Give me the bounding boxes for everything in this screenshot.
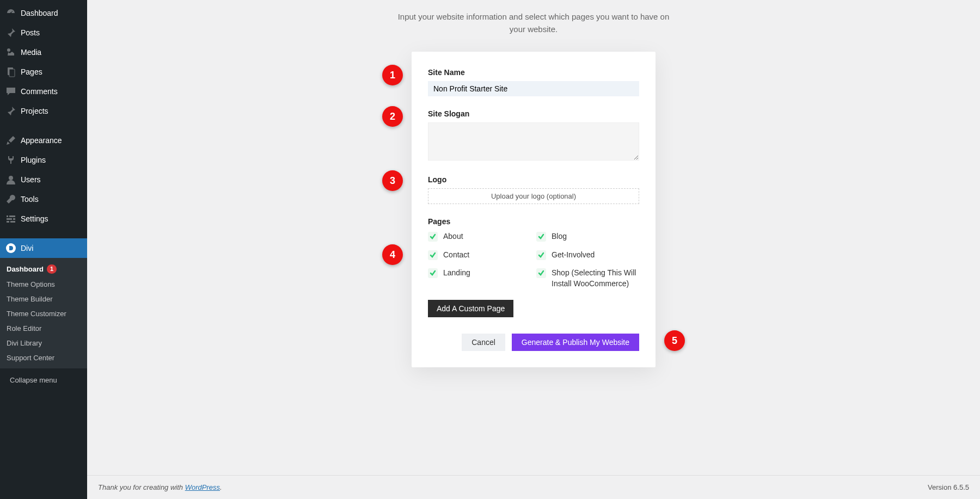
logo-upload-button[interactable]: Upload your logo (optional) bbox=[428, 188, 639, 204]
sidebar-item-label: Projects bbox=[21, 107, 48, 115]
checkbox-label: Get-Involved bbox=[552, 250, 595, 261]
svg-rect-7 bbox=[7, 221, 15, 223]
submenu-item-divi-library[interactable]: Divi Library bbox=[0, 336, 87, 350]
annotation-3: 3 bbox=[382, 170, 403, 191]
pin-icon bbox=[5, 27, 16, 38]
generate-button[interactable]: Generate & Publish My Website bbox=[512, 334, 639, 351]
sidebar-item-pages[interactable]: Pages bbox=[0, 62, 87, 82]
site-config-card: Site Name Site Slogan Logo Upload your l… bbox=[412, 52, 656, 367]
collapse-label: Collapse menu bbox=[10, 376, 57, 384]
submenu-item-theme-customizer[interactable]: Theme Customizer bbox=[0, 306, 87, 321]
sidebar-item-divi[interactable]: Divi bbox=[0, 238, 87, 258]
annotation-5: 5 bbox=[664, 330, 685, 351]
pin-icon bbox=[5, 106, 16, 116]
divi-submenu: Dashboard1Theme OptionsTheme BuilderThem… bbox=[0, 258, 87, 368]
sidebar-item-projects[interactable]: Projects bbox=[0, 101, 87, 121]
sidebar-item-label: Settings bbox=[21, 214, 48, 223]
svg-rect-8 bbox=[8, 215, 9, 218]
sidebar-item-label: Posts bbox=[21, 28, 40, 37]
svg-rect-10 bbox=[9, 220, 10, 223]
admin-sidebar: DashboardPostsMediaPagesCommentsProjects… bbox=[0, 0, 87, 499]
divi-icon bbox=[5, 243, 16, 254]
sidebar-item-posts[interactable]: Posts bbox=[0, 23, 87, 42]
site-slogan-textarea[interactable] bbox=[428, 122, 639, 161]
svg-rect-3 bbox=[9, 69, 15, 77]
checkbox-label: Contact bbox=[443, 250, 469, 261]
pages-icon bbox=[5, 66, 16, 77]
sidebar-item-dashboard[interactable]: Dashboard bbox=[0, 3, 87, 23]
checkbox-label: Landing bbox=[443, 268, 470, 279]
checkbox-label: Shop (Selecting This Will Install WooCom… bbox=[552, 268, 639, 289]
checkbox-label: About bbox=[443, 231, 463, 242]
checkbox-icon bbox=[428, 268, 438, 278]
footer-thanks: Thank you for creating with WordPress. bbox=[98, 483, 222, 491]
sidebar-item-comments[interactable]: Comments bbox=[0, 82, 87, 101]
checkbox-icon bbox=[428, 250, 438, 260]
svg-rect-6 bbox=[7, 218, 15, 220]
svg-point-1 bbox=[7, 48, 10, 52]
submenu-item-support-center[interactable]: Support Center bbox=[0, 350, 87, 365]
wordpress-link[interactable]: WordPress bbox=[185, 483, 220, 491]
page-checkbox-landing[interactable]: Landing bbox=[428, 268, 531, 289]
plugin-icon bbox=[5, 155, 16, 165]
intro-text: Input your website information and selec… bbox=[392, 11, 675, 35]
checkbox-icon bbox=[536, 250, 546, 260]
annotation-4: 4 bbox=[382, 244, 403, 265]
sidebar-item-label: Users bbox=[21, 175, 41, 184]
tool-icon bbox=[5, 194, 16, 205]
sidebar-item-settings[interactable]: Settings bbox=[0, 209, 87, 229]
submenu-item-theme-builder[interactable]: Theme Builder bbox=[0, 292, 87, 306]
checkbox-label: Blog bbox=[552, 231, 567, 242]
checkbox-icon bbox=[536, 232, 546, 242]
submenu-item-dashboard[interactable]: Dashboard1 bbox=[0, 261, 87, 277]
sidebar-item-tools[interactable]: Tools bbox=[0, 189, 87, 209]
comment-icon bbox=[5, 86, 16, 97]
pages-label: Pages bbox=[428, 217, 639, 226]
page-checkbox-about[interactable]: About bbox=[428, 231, 531, 242]
logo-label: Logo bbox=[428, 175, 639, 184]
sidebar-item-appearance[interactable]: Appearance bbox=[0, 131, 87, 150]
sidebar-item-label: Pages bbox=[21, 67, 42, 76]
site-name-label: Site Name bbox=[428, 68, 639, 77]
svg-rect-5 bbox=[7, 215, 15, 217]
submenu-item-role-editor[interactable]: Role Editor bbox=[0, 321, 87, 336]
checkbox-icon bbox=[536, 268, 546, 278]
sidebar-item-plugins[interactable]: Plugins bbox=[0, 150, 87, 170]
dashboard-icon bbox=[5, 8, 16, 19]
site-slogan-label: Site Slogan bbox=[428, 109, 639, 118]
submenu-item-theme-options[interactable]: Theme Options bbox=[0, 277, 87, 292]
version-text: Version 6.5.5 bbox=[928, 483, 969, 491]
sidebar-item-media[interactable]: Media bbox=[0, 42, 87, 62]
brush-icon bbox=[5, 135, 16, 146]
sidebar-item-label: Divi bbox=[21, 244, 33, 252]
page-checkbox-blog[interactable]: Blog bbox=[536, 231, 639, 242]
annotation-1: 1 bbox=[382, 65, 403, 85]
sidebar-item-label: Media bbox=[21, 48, 41, 57]
user-icon bbox=[5, 174, 16, 185]
checkbox-icon bbox=[428, 232, 438, 242]
svg-rect-9 bbox=[12, 218, 13, 220]
page-checkbox-contact[interactable]: Contact bbox=[428, 250, 531, 261]
main-content: Input your website information and selec… bbox=[87, 0, 980, 499]
admin-footer: Thank you for creating with WordPress. V… bbox=[87, 475, 980, 499]
collapse-menu-button[interactable]: Collapse menu bbox=[0, 371, 87, 390]
media-icon bbox=[5, 47, 16, 58]
settings-icon bbox=[5, 213, 16, 224]
site-name-input[interactable] bbox=[428, 81, 639, 96]
cancel-button[interactable]: Cancel bbox=[462, 334, 505, 351]
badge: 1 bbox=[47, 264, 57, 274]
sidebar-item-label: Appearance bbox=[21, 136, 62, 145]
add-custom-page-button[interactable]: Add A Custom Page bbox=[428, 300, 513, 317]
page-checkbox-get-involved[interactable]: Get-Involved bbox=[536, 250, 639, 261]
page-checkbox-shop[interactable]: Shop (Selecting This Will Install WooCom… bbox=[536, 268, 639, 289]
svg-point-4 bbox=[9, 176, 13, 180]
sidebar-item-label: Tools bbox=[21, 195, 39, 204]
sidebar-item-users[interactable]: Users bbox=[0, 170, 87, 189]
annotation-2: 2 bbox=[382, 106, 403, 127]
sidebar-item-label: Comments bbox=[21, 87, 58, 96]
sidebar-item-label: Dashboard bbox=[21, 9, 58, 17]
sidebar-item-label: Plugins bbox=[21, 156, 46, 164]
